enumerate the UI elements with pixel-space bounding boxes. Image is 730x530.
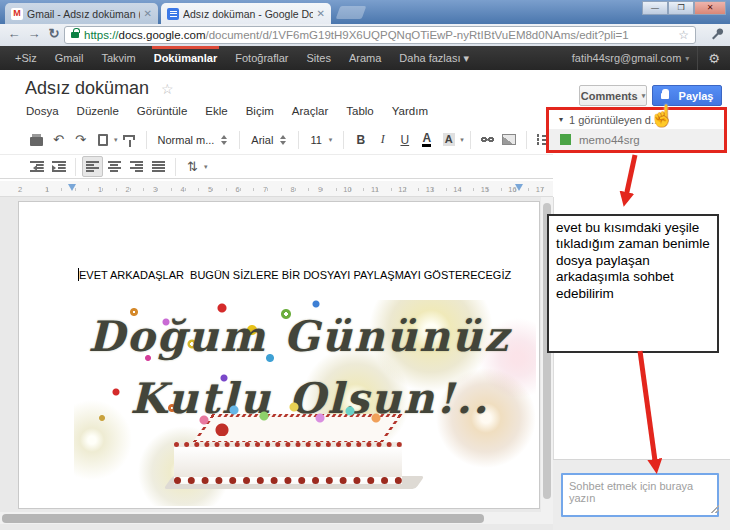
ruler-number: 11 xyxy=(371,185,379,194)
comments-label: Comments xyxy=(581,90,638,102)
bookmark-star-icon[interactable]: ☆ xyxy=(678,28,689,42)
right-indent-marker[interactable] xyxy=(515,184,523,191)
birthday-cake-illustration xyxy=(172,410,422,506)
editor-toolbar-row1: ↶ ↷ ▾ Normal m... Arial 11 ▾ B I U A A ▾ xyxy=(0,125,553,155)
underline-button[interactable]: U xyxy=(394,129,415,150)
font-size-select[interactable]: 11 ▾ xyxy=(305,134,337,146)
insert-link-button[interactable] xyxy=(477,129,498,150)
new-tab-button[interactable] xyxy=(336,6,367,19)
share-label: Paylaş xyxy=(679,90,714,102)
document-title-row: Adsız doküman ☆ xyxy=(25,78,174,99)
outdent-button[interactable] xyxy=(26,156,47,177)
chat-input[interactable] xyxy=(561,473,719,517)
line-spacing-caret-icon[interactable]: ▾ xyxy=(204,163,208,171)
document-page[interactable]: EVET ARKADAŞLAR BUGÜN SİZLERE BİR DOSYAY… xyxy=(18,201,540,509)
font-select[interactable]: Arial xyxy=(246,134,292,146)
editor-toolbar-row2: ⇅ ▾ xyxy=(0,155,553,179)
paste-caret-icon[interactable]: ▾ xyxy=(114,136,118,144)
resize-grip-icon[interactable] xyxy=(711,505,719,513)
menu-item[interactable]: Araçlar xyxy=(283,102,337,120)
minimize-button[interactable]: — xyxy=(642,1,668,15)
print-button[interactable] xyxy=(26,129,47,150)
menu-item[interactable]: Tablo xyxy=(337,102,383,120)
google-bar-nav-item[interactable]: Dokümanlar xyxy=(145,46,227,70)
forward-button[interactable]: → xyxy=(24,26,44,41)
hand-cursor-icon: ☝ xyxy=(649,104,675,128)
undo-button[interactable]: ↶ xyxy=(48,129,69,150)
menu-item[interactable]: Düzenle xyxy=(68,102,128,120)
ruler-number: 3 xyxy=(153,185,157,194)
address-bar[interactable]: https:// docs.google.com /document/d/1VF… xyxy=(64,26,696,44)
paint-format-button[interactable] xyxy=(119,129,140,150)
align-right-button[interactable] xyxy=(126,156,147,177)
url-scheme: https:// xyxy=(84,29,119,41)
horizontal-scrollbar[interactable] xyxy=(0,512,553,524)
back-button[interactable]: ← xyxy=(4,26,24,41)
star-document-icon[interactable]: ☆ xyxy=(161,81,174,97)
gmail-favicon-icon: M xyxy=(11,8,23,20)
text-color-button[interactable]: A xyxy=(416,129,437,150)
comments-button[interactable]: Comments ▾ xyxy=(579,85,647,106)
close-button[interactable]: ✕ xyxy=(694,1,726,15)
bold-button[interactable]: B xyxy=(350,129,371,150)
ruler-number: 10 xyxy=(343,185,351,194)
google-bar-nav-item[interactable]: +Siz xyxy=(6,46,46,70)
annotation-arrow-to-chat xyxy=(640,351,656,468)
updown-arrows-icon xyxy=(221,135,228,145)
font-label: Arial xyxy=(251,134,273,146)
italic-button[interactable]: I xyxy=(372,129,393,150)
browser-tab-gmail[interactable]: M Gmail - Adsız doküman (fatih4 ✕ xyxy=(5,3,158,24)
indent-button[interactable] xyxy=(48,156,69,177)
ruler-number: 7 xyxy=(263,185,267,194)
tab-close-icon[interactable]: ✕ xyxy=(317,8,325,19)
menu-item[interactable]: Görüntüle xyxy=(128,102,197,120)
align-left-icon xyxy=(86,161,99,172)
updown-arrows-icon xyxy=(280,135,287,145)
justify-icon xyxy=(152,161,165,172)
https-lock-icon xyxy=(71,32,79,38)
left-indent-marker[interactable] xyxy=(68,184,76,191)
highlight-color-icon: A xyxy=(443,133,455,146)
window-titlebar: M Gmail - Adsız doküman (fatih4 ✕ Adsız … xyxy=(0,0,730,24)
document-title[interactable]: Adsız doküman xyxy=(25,78,149,99)
google-bar-nav-item[interactable]: Sites xyxy=(297,46,339,70)
paste-button[interactable] xyxy=(92,129,113,150)
google-bar-nav-item[interactable]: Takvim xyxy=(92,46,144,70)
window-controls: — ❒ ✕ xyxy=(642,1,726,15)
menu-item[interactable]: Biçim xyxy=(237,102,283,120)
ruler-number: 14 xyxy=(453,185,461,194)
paint-format-icon xyxy=(123,135,135,140)
browser-window: M Gmail - Adsız doküman (fatih4 ✕ Adsız … xyxy=(0,0,730,530)
menu-item[interactable]: Dosya xyxy=(17,102,68,120)
account-email[interactable]: fatih44srg@gmail.com xyxy=(572,52,686,64)
restore-button[interactable]: ❒ xyxy=(668,1,694,15)
share-button[interactable]: Paylaş xyxy=(652,85,722,106)
document-text-line[interactable]: EVET ARKADAŞLAR BUGÜN SİZLERE BİR DOSYAY… xyxy=(78,268,511,281)
menu-item[interactable]: Ekle xyxy=(196,102,236,120)
reload-button[interactable]: ↻ xyxy=(44,26,64,41)
horizontal-scrollbar-thumb[interactable] xyxy=(2,514,484,523)
paragraph-style-label: Normal m... xyxy=(158,134,215,146)
google-bar-nav-item[interactable]: Arama xyxy=(340,46,390,70)
line-spacing-button[interactable]: ⇅ xyxy=(182,156,203,177)
align-center-button[interactable] xyxy=(104,156,125,177)
google-bar-nav-item[interactable]: Daha fazlası ▾ xyxy=(390,46,478,70)
browser-tab-docs[interactable]: Adsız doküman - Google Dokü ✕ xyxy=(161,3,331,24)
greeting-line-1: Doğum Gününüz xyxy=(88,312,510,361)
paragraph-style-select[interactable]: Normal m... xyxy=(153,134,234,146)
chrome-menu-wrench-icon[interactable] xyxy=(711,28,725,46)
menu-item[interactable]: Yardım xyxy=(383,102,437,120)
birthday-image[interactable]: Doğum Gününüz Kutlu Olsun!.. xyxy=(74,300,536,506)
highlight-color-button[interactable]: A xyxy=(438,129,459,150)
account-caret-icon: ▾ xyxy=(685,54,697,63)
ruler-number: 5 xyxy=(208,185,212,194)
google-bar-nav-item[interactable]: Fotoğraflar xyxy=(226,46,297,70)
justify-button[interactable] xyxy=(148,156,169,177)
insert-image-button[interactable] xyxy=(499,129,520,150)
align-left-button[interactable] xyxy=(82,156,103,177)
redo-button[interactable]: ↷ xyxy=(70,129,91,150)
gear-icon[interactable]: ⚙ xyxy=(698,51,730,66)
google-bar-nav-item[interactable]: Gmail xyxy=(46,46,93,70)
highlight-caret-icon[interactable]: ▾ xyxy=(460,136,464,144)
tab-close-icon[interactable]: ✕ xyxy=(144,8,152,19)
